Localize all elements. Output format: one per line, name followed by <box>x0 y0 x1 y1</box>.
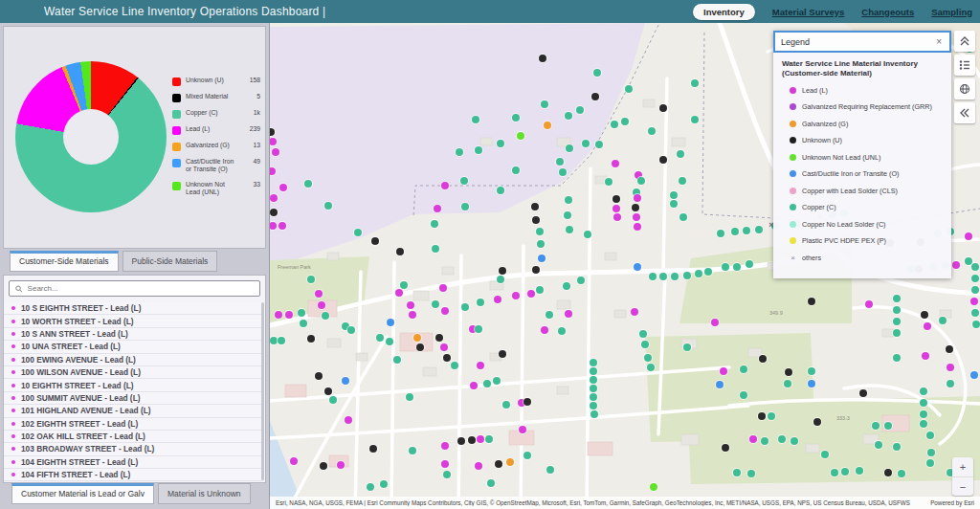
list-item[interactable]: 10 UNA STREET - Lead (L) <box>4 341 263 353</box>
map-point[interactable] <box>590 393 597 401</box>
map-point[interactable] <box>497 276 504 283</box>
map-point[interactable] <box>354 229 362 236</box>
map-point[interactable] <box>285 311 293 319</box>
map-point[interactable] <box>409 311 416 319</box>
map-point[interactable] <box>634 194 641 202</box>
map-point[interactable] <box>270 194 278 202</box>
map-point[interactable] <box>621 118 629 125</box>
map-point[interactable] <box>625 85 633 93</box>
map-point[interactable] <box>472 116 479 123</box>
map-point[interactable] <box>565 196 572 204</box>
map-point[interactable] <box>538 254 546 262</box>
map-point[interactable] <box>517 132 524 140</box>
nav-material-surveys[interactable]: Material Surveys <box>772 7 845 17</box>
map-point[interactable] <box>920 420 927 428</box>
map-point[interactable] <box>740 365 747 373</box>
map-point[interactable] <box>970 298 978 305</box>
map-point[interactable] <box>565 310 572 318</box>
map-point[interactable] <box>512 292 520 299</box>
map-point[interactable] <box>565 112 572 120</box>
map-point[interactable] <box>544 122 551 129</box>
map-point[interactable] <box>461 203 469 210</box>
map-point[interactable] <box>396 248 404 255</box>
map-point[interactable] <box>634 223 641 231</box>
collapse-up-button[interactable] <box>954 31 975 52</box>
map-point[interactable] <box>387 319 394 326</box>
map-point[interactable] <box>307 276 315 283</box>
map-point[interactable] <box>785 368 792 376</box>
map-point[interactable] <box>485 435 493 443</box>
map-point[interactable] <box>337 461 345 469</box>
map-point[interactable] <box>278 337 285 344</box>
map-point[interactable] <box>939 317 947 324</box>
map-point[interactable] <box>971 263 979 271</box>
map-point[interactable] <box>644 354 652 362</box>
map-point[interactable] <box>546 311 553 319</box>
map-point[interactable] <box>731 228 739 235</box>
map-point[interactable] <box>279 184 287 191</box>
map-point[interactable] <box>716 381 724 388</box>
map-point[interactable] <box>927 449 935 456</box>
list-item[interactable]: 102 EIGHTH STREET - Lead (L) <box>4 418 263 431</box>
map-point[interactable] <box>808 298 815 305</box>
map-point[interactable] <box>506 458 514 466</box>
list-item[interactable]: 10 EIGHTH STREET - Lead (L) <box>4 379 263 391</box>
map-point[interactable] <box>924 322 931 330</box>
map-point[interactable] <box>497 140 504 147</box>
map-point[interactable] <box>461 303 469 311</box>
map-point[interactable] <box>475 146 482 154</box>
map-point[interactable] <box>290 457 298 465</box>
map-point[interactable] <box>536 286 544 294</box>
map-point[interactable] <box>477 435 484 443</box>
map-point[interactable] <box>342 377 349 385</box>
map-point[interactable] <box>577 277 585 284</box>
map-point[interactable] <box>813 418 821 426</box>
list-item[interactable]: 10 S ANN STREET - Lead (L) <box>4 328 263 341</box>
map-point[interactable] <box>755 226 763 233</box>
map-point[interactable] <box>409 447 416 454</box>
map-point[interactable] <box>393 356 401 364</box>
map-point[interactable] <box>711 319 719 326</box>
map-point[interactable] <box>634 263 641 271</box>
map-point[interactable] <box>318 301 325 309</box>
map-point[interactable] <box>865 300 873 308</box>
map-point[interactable] <box>541 326 548 334</box>
map-point[interactable] <box>856 467 863 475</box>
map-point[interactable] <box>539 55 546 62</box>
map-point[interactable] <box>456 148 463 156</box>
map-point[interactable] <box>531 203 539 210</box>
list-item[interactable]: 100 EWING AVENUE - Lead (L) <box>4 354 263 366</box>
map-point[interactable] <box>300 320 307 327</box>
map-point[interactable] <box>439 284 447 292</box>
list-item[interactable]: 10 S EIGHTH STREET - Lead (L) <box>4 302 263 315</box>
map-point[interactable] <box>315 290 323 298</box>
list-item[interactable]: 100 SUMMIT AVENUE - Lead (L) <box>4 392 263 405</box>
map-point[interactable] <box>431 220 438 228</box>
map-point[interactable] <box>971 286 979 294</box>
map-point[interactable] <box>641 341 649 348</box>
map-point[interactable] <box>499 267 506 275</box>
map-point[interactable] <box>477 299 484 306</box>
map-point[interactable] <box>483 380 491 387</box>
map-point[interactable] <box>416 343 424 351</box>
map-point[interactable] <box>898 470 905 477</box>
map-point[interactable] <box>512 166 520 174</box>
map-point[interactable] <box>371 237 379 245</box>
map-point[interactable] <box>532 266 540 274</box>
nav-inventory[interactable]: Inventory <box>693 4 755 20</box>
map-point[interactable] <box>563 282 570 290</box>
map-point[interactable] <box>633 213 640 221</box>
map-point[interactable] <box>659 156 667 164</box>
zoom-in-button[interactable]: + <box>952 457 973 476</box>
map-point[interactable] <box>369 445 377 453</box>
map-point[interactable] <box>650 483 657 491</box>
map-point[interactable] <box>683 272 691 279</box>
map-point[interactable] <box>367 483 374 491</box>
map-point[interactable] <box>920 399 927 407</box>
map-point[interactable] <box>380 480 388 488</box>
map-point[interactable] <box>893 306 901 314</box>
map-point[interactable] <box>320 462 327 470</box>
map-point[interactable] <box>704 268 712 276</box>
map-point[interactable] <box>432 300 439 308</box>
list-item[interactable]: 104 EIGHTH STREET - Lead (L) <box>4 456 263 469</box>
